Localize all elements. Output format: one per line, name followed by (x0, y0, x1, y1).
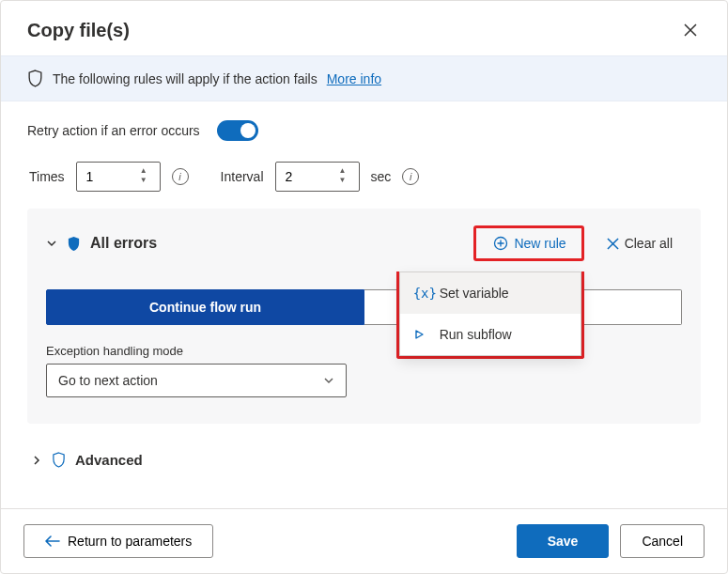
cancel-button[interactable]: Cancel (620, 524, 705, 558)
advanced-section-header[interactable]: Advanced (31, 452, 699, 468)
errors-header-right: New rule {x} Set variable (473, 225, 682, 261)
error-action-segmented: Continue flow run Throw error (46, 289, 682, 325)
clear-all-label: Clear all (625, 236, 673, 251)
chevron-down-icon (46, 238, 57, 249)
dialog-footer: Return to parameters Save Cancel (1, 508, 727, 573)
mode-label: Exception handling mode (46, 344, 682, 358)
exception-mode-select[interactable]: Go to next action (46, 364, 347, 397)
interval-input[interactable] (276, 163, 333, 191)
dialog-title: Copy file(s) (27, 20, 130, 41)
interval-label: Interval (221, 169, 264, 184)
errors-header: All errors New rule {x} (46, 225, 682, 261)
interval-unit: sec (371, 169, 392, 184)
info-banner: The following rules will apply if the ac… (1, 55, 727, 101)
mode-value: Go to next action (58, 373, 158, 388)
new-rule-button[interactable]: New rule (484, 230, 575, 256)
new-rule-label: New rule (514, 236, 565, 251)
times-input[interactable] (77, 163, 133, 191)
return-label: Return to parameters (68, 534, 192, 549)
return-to-parameters-button[interactable]: Return to parameters (23, 524, 213, 558)
cancel-label: Cancel (642, 534, 683, 549)
times-label: Times (29, 169, 65, 184)
interval-group: Interval ▲ ▼ sec i (221, 162, 420, 192)
seg-continue-flow-run[interactable]: Continue flow run (46, 289, 364, 325)
errors-header-left[interactable]: All errors (46, 235, 157, 252)
save-label: Save (548, 534, 579, 549)
menu-item-run-subflow[interactable]: Run subflow (400, 314, 581, 355)
times-group: Times ▲ ▼ i (29, 162, 189, 192)
new-rule-menu-highlight: {x} Set variable Run subflow (396, 271, 584, 359)
interval-input-wrapper: ▲ ▼ (275, 162, 360, 192)
x-icon (607, 238, 619, 250)
arrow-left-icon (45, 535, 60, 547)
run-subflow-label: Run subflow (440, 327, 512, 342)
clear-all-button[interactable]: Clear all (597, 230, 682, 256)
retry-toggle[interactable] (217, 120, 258, 141)
menu-item-set-variable[interactable]: {x} Set variable (400, 272, 581, 314)
retry-label: Retry action if an error occurs (27, 123, 200, 138)
interval-info-icon[interactable]: i (402, 168, 419, 185)
times-down[interactable]: ▼ (133, 177, 154, 186)
plus-circle-icon (493, 236, 508, 251)
shield-outline-icon (52, 452, 66, 468)
dialog-body: Retry action if an error occurs Times ▲ … (1, 101, 727, 508)
seg-continue-label: Continue flow run (149, 300, 261, 315)
times-input-wrapper: ▲ ▼ (76, 162, 161, 192)
variable-icon: {x} (413, 286, 430, 301)
advanced-title: Advanced (75, 452, 143, 468)
more-info-link[interactable]: More info (327, 71, 381, 86)
info-text: The following rules will apply if the ac… (53, 71, 318, 86)
all-errors-panel: All errors New rule {x} (27, 209, 701, 424)
new-rule-menu: {x} Set variable Run subflow (399, 271, 581, 356)
retry-toggle-row: Retry action if an error occurs (27, 120, 701, 141)
set-variable-label: Set variable (440, 286, 509, 301)
shield-filled-icon (67, 236, 81, 252)
times-info-icon[interactable]: i (172, 168, 189, 185)
interval-down[interactable]: ▼ (333, 177, 353, 186)
new-rule-highlight: New rule {x} Set variable (473, 225, 583, 261)
close-button[interactable] (676, 16, 705, 44)
chevron-right-icon (31, 455, 42, 466)
chevron-down-icon (323, 375, 334, 386)
close-icon (684, 23, 697, 37)
retry-fields: Times ▲ ▼ i Interval ▲ ▼ sec i (29, 162, 701, 192)
times-spinner: ▲ ▼ (133, 167, 154, 186)
dialog-header: Copy file(s) (1, 1, 727, 55)
save-button[interactable]: Save (517, 524, 610, 558)
errors-title: All errors (90, 235, 157, 252)
play-icon (413, 329, 430, 340)
interval-spinner: ▲ ▼ (333, 167, 353, 186)
shield-icon (27, 70, 43, 87)
